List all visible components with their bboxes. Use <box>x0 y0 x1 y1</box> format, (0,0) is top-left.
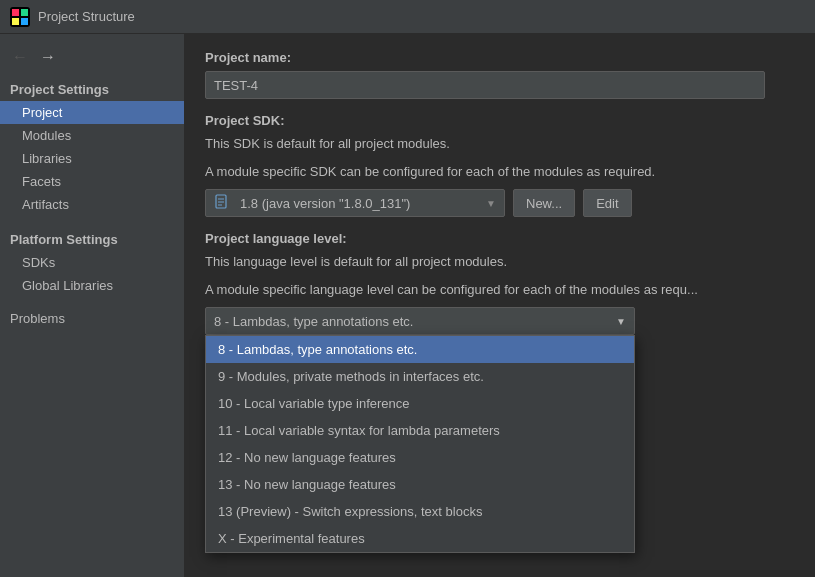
svg-rect-2 <box>21 9 28 16</box>
sidebar-item-project[interactable]: Project <box>0 101 184 124</box>
app-logo <box>10 7 30 27</box>
lang-level-value: 8 - Lambdas, type annotations etc. <box>214 314 413 329</box>
forward-button[interactable]: → <box>36 46 60 68</box>
project-settings-header: Project Settings <box>0 76 184 101</box>
sidebar-item-modules[interactable]: Modules <box>0 124 184 147</box>
lang-option-10[interactable]: 10 - Local variable type inference <box>206 390 634 417</box>
sdk-section: Project SDK: This SDK is default for all… <box>205 113 795 217</box>
main-layout: ← → Project Settings Project Modules Lib… <box>0 34 815 577</box>
nav-controls: ← → <box>0 42 184 76</box>
sidebar-item-artifacts[interactable]: Artifacts <box>0 193 184 216</box>
lang-level-label: Project language level: <box>205 231 795 246</box>
sdk-desc1: This SDK is default for all project modu… <box>205 134 795 154</box>
sdk-dropdown[interactable]: 1.8 (java version "1.8.0_131") ▼ <box>205 189 505 217</box>
svg-rect-4 <box>21 18 28 25</box>
lang-option-x[interactable]: X - Experimental features <box>206 525 634 552</box>
sdk-value: 1.8 (java version "1.8.0_131") <box>240 196 480 211</box>
project-name-input[interactable] <box>205 71 765 99</box>
sidebar-item-libraries[interactable]: Libraries <box>0 147 184 170</box>
svg-rect-3 <box>12 18 19 25</box>
sdk-edit-button[interactable]: Edit <box>583 189 631 217</box>
sidebar-item-sdks[interactable]: SDKs <box>0 251 184 274</box>
lang-option-12[interactable]: 12 - No new language features <box>206 444 634 471</box>
lang-option-9[interactable]: 9 - Modules, private methods in interfac… <box>206 363 634 390</box>
sdk-desc2: A module specific SDK can be configured … <box>205 162 795 182</box>
lang-dropdown-menu: 8 - Lambdas, type annotations etc. 9 - M… <box>205 335 635 553</box>
sdk-new-button[interactable]: New... <box>513 189 575 217</box>
sidebar-item-global-libraries[interactable]: Global Libraries <box>0 274 184 297</box>
project-name-label: Project name: <box>205 50 795 65</box>
lang-level-desc2: A module specific language level can be … <box>205 280 795 300</box>
lang-option-13preview[interactable]: 13 (Preview) - Switch expressions, text … <box>206 498 634 525</box>
lang-level-dropdown[interactable]: 8 - Lambdas, type annotations etc. ▼ <box>205 307 635 335</box>
lang-option-13[interactable]: 13 - No new language features <box>206 471 634 498</box>
sdk-row: 1.8 (java version "1.8.0_131") ▼ New... … <box>205 189 795 217</box>
sdk-label: Project SDK: <box>205 113 795 128</box>
sidebar: ← → Project Settings Project Modules Lib… <box>0 34 185 577</box>
lang-dropdown-arrow-icon: ▼ <box>616 316 626 327</box>
title-bar: Project Structure <box>0 0 815 34</box>
platform-settings-header: Platform Settings <box>0 226 184 251</box>
sdk-file-icon <box>214 194 230 213</box>
sidebar-item-facets[interactable]: Facets <box>0 170 184 193</box>
lang-level-section: Project language level: This language le… <box>205 231 795 335</box>
lang-option-8[interactable]: 8 - Lambdas, type annotations etc. <box>206 336 634 363</box>
sdk-dropdown-arrow-icon: ▼ <box>486 198 496 209</box>
svg-rect-1 <box>12 9 19 16</box>
back-button[interactable]: ← <box>8 46 32 68</box>
sidebar-item-problems[interactable]: Problems <box>0 307 184 330</box>
lang-level-desc1: This language level is default for all p… <box>205 252 795 272</box>
lang-option-11[interactable]: 11 - Local variable syntax for lambda pa… <box>206 417 634 444</box>
window-title: Project Structure <box>38 9 135 24</box>
lang-dropdown-container: 8 - Lambdas, type annotations etc. ▼ 8 -… <box>205 307 635 335</box>
content-area: Project name: Project SDK: This SDK is d… <box>185 34 815 577</box>
